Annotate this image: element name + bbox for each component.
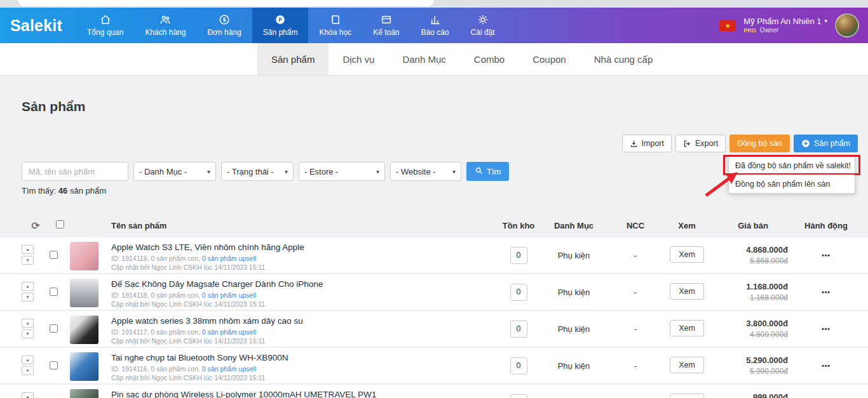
- sort-down-button[interactable]: ▼: [22, 329, 34, 338]
- menu-item-synced-to-salekit[interactable]: Đã đồng bộ sản phẩm về salekit!: [729, 157, 855, 175]
- price: 5.290.000đ: [712, 355, 788, 365]
- category-cell: Phụ kiện: [539, 348, 609, 371]
- sync-marketplace-button[interactable]: Đồng bộ sàn: [729, 135, 790, 152]
- nav-item-cai-dat[interactable]: Cài đặt: [460, 8, 506, 43]
- bar-chart-icon: [430, 14, 441, 25]
- product-name[interactable]: Pin sạc dự phòng Wireless Li-polymer 100…: [111, 390, 485, 398]
- sort-down-button[interactable]: ▼: [22, 293, 34, 302]
- sort-up-button[interactable]: ▲: [22, 245, 34, 254]
- view-button[interactable]: Xem: [670, 283, 704, 300]
- sort-up-icon: ▲: [26, 321, 30, 325]
- subnav-tab-combo[interactable]: Combo: [460, 43, 519, 75]
- product-name[interactable]: Đế Sạc Không Dây Magsafe Charger Dành Ch…: [111, 279, 485, 289]
- page-title: Sản phẩm: [22, 99, 85, 114]
- account-menu[interactable]: Mỹ Phẩm An Nhiên 1 ▾ PRO Owner: [743, 17, 827, 35]
- category-select[interactable]: - Danh Mục - ▾: [133, 162, 216, 181]
- row-checkbox[interactable]: [50, 361, 58, 369]
- nav-item-ke-toan[interactable]: Kế toán: [362, 8, 410, 43]
- app-logo[interactable]: Salekit: [0, 8, 76, 43]
- vietnam-flag-icon[interactable]: ★: [719, 20, 736, 31]
- stock-input[interactable]: 0: [510, 247, 527, 264]
- subnav-tab-dich-vu[interactable]: Dịch vụ: [329, 43, 388, 75]
- sort-up-button[interactable]: ▲: [22, 392, 34, 398]
- sort-down-icon: ▼: [26, 295, 30, 299]
- nav-item-bao-cao[interactable]: Báo cáo: [410, 8, 460, 43]
- add-product-button[interactable]: Sản phẩm: [794, 135, 858, 152]
- chevron-down-icon: ▾: [452, 168, 456, 175]
- sort-up-button[interactable]: ▲: [22, 355, 34, 364]
- toolbar: Import Export Đồng bộ sàn Sản phẩm: [622, 135, 858, 152]
- browser-omnibox[interactable]: [18, 0, 434, 6]
- subnav-tab-coupon[interactable]: Coupon: [519, 43, 580, 75]
- select-all-checkbox[interactable]: [56, 220, 64, 229]
- search-button[interactable]: Tìm: [466, 162, 509, 181]
- avatar[interactable]: [835, 13, 859, 37]
- header-category: Danh Mục: [539, 221, 609, 230]
- product-thumbnail[interactable]: [70, 279, 98, 307]
- gear-icon: [477, 14, 489, 25]
- stock-input[interactable]: 0: [510, 321, 527, 338]
- row-checkbox[interactable]: [50, 324, 58, 333]
- svg-text:P: P: [278, 17, 282, 23]
- product-thumbnail[interactable]: [70, 389, 98, 398]
- table-row: ▲ ▼ Tai nghe chụp tai Bluetooth Sony WH-…: [0, 348, 868, 385]
- stock-input[interactable]: 0: [510, 357, 527, 375]
- svg-text:$: $: [223, 17, 226, 23]
- sort-down-icon: ▼: [26, 258, 30, 262]
- subnav-tab-san-pham[interactable]: Sản phẩm: [257, 43, 329, 75]
- view-button[interactable]: Xem: [670, 357, 704, 373]
- row-checkbox[interactable]: [50, 288, 58, 296]
- price: 4.868.000đ: [712, 245, 788, 255]
- nav-item-san-pham[interactable]: P Sản phẩm: [252, 8, 309, 43]
- product-thumbnail[interactable]: [70, 242, 98, 270]
- nav-item-khach-hang[interactable]: Khách hàng: [134, 8, 196, 43]
- export-icon: [683, 140, 691, 148]
- refresh-button[interactable]: ⟳: [31, 220, 39, 232]
- sort-down-button[interactable]: ▼: [22, 366, 34, 375]
- sort-up-button[interactable]: ▲: [22, 282, 34, 291]
- product-name[interactable]: Apple watch series 3 38mm nhôm xám dây c…: [111, 316, 485, 326]
- upsell-link[interactable]: 0 sản phẩm upsell: [202, 255, 256, 262]
- sort-down-icon: ▼: [26, 332, 30, 336]
- old-price: 5.868.000đ: [712, 256, 788, 265]
- nav-item-khoa-hoc[interactable]: Khóa học: [308, 8, 362, 43]
- subnav-tab-danh-muc[interactable]: Danh Mục: [388, 43, 459, 75]
- product-thumbnail[interactable]: [70, 352, 98, 381]
- view-button[interactable]: Xem: [670, 246, 704, 263]
- menu-item-sync-to-marketplace[interactable]: Đồng bộ sản phẩm lên sàn: [729, 175, 855, 193]
- sort-up-button[interactable]: ▲: [22, 319, 34, 328]
- subnav-tab-nha-cung-cap[interactable]: Nhà cung cấp: [580, 43, 667, 75]
- status-select[interactable]: - Trạng thái - ▾: [221, 162, 294, 181]
- row-actions-button[interactable]: •••: [822, 362, 831, 369]
- users-icon: [159, 14, 171, 25]
- stock-input[interactable]: 0: [510, 394, 527, 398]
- estore-select[interactable]: - Estore - ▾: [299, 162, 385, 181]
- category-cell: Phụ kiện: [539, 311, 609, 334]
- import-button[interactable]: Import: [622, 135, 672, 152]
- website-select[interactable]: - Website - ▾: [390, 162, 461, 181]
- upsell-link[interactable]: 0 sản phẩm upsell: [202, 365, 256, 373]
- product-icon: P: [275, 14, 286, 25]
- view-button[interactable]: Xem: [670, 394, 704, 398]
- stock-input[interactable]: 0: [510, 284, 527, 301]
- view-button[interactable]: Xem: [670, 320, 704, 336]
- product-name[interactable]: Tai nghe chụp tai Bluetooth Sony WH-XB90…: [111, 353, 485, 362]
- sort-down-button[interactable]: ▼: [22, 256, 34, 265]
- row-actions-button[interactable]: •••: [822, 326, 831, 333]
- chevron-down-icon: ▾: [285, 168, 288, 175]
- upsell-link[interactable]: 0 sản phẩm upsell: [202, 291, 256, 299]
- search-input[interactable]: [22, 162, 128, 181]
- home-icon: [100, 14, 111, 25]
- upsell-link[interactable]: 0 sản phẩm upsell: [202, 328, 256, 336]
- product-name[interactable]: Apple Watch S3 LTE, Viền nhôm chính hãng…: [111, 242, 485, 252]
- nav-item-don-hang[interactable]: $ Đơn hàng: [196, 8, 252, 43]
- header-price: Giá bán: [712, 221, 794, 230]
- row-actions-button[interactable]: •••: [822, 252, 831, 259]
- export-button[interactable]: Export: [675, 135, 726, 152]
- nav-item-tong-quan[interactable]: Tổng quan: [76, 8, 134, 43]
- row-actions-button[interactable]: •••: [822, 289, 831, 296]
- product-thumbnail[interactable]: [70, 315, 98, 344]
- sort-up-icon: ▲: [26, 358, 30, 362]
- row-checkbox[interactable]: [50, 251, 58, 259]
- filter-bar: - Danh Mục - ▾ - Trạng thái - ▾ - Estore…: [22, 162, 509, 181]
